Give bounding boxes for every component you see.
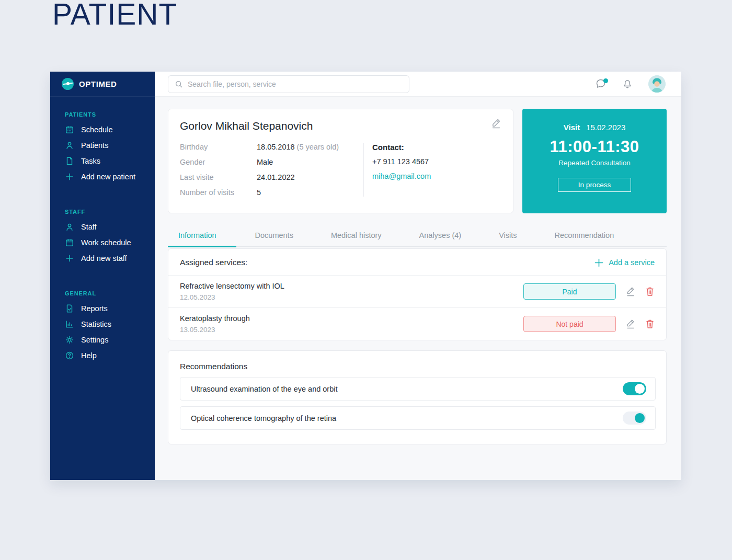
calendar-icon	[65, 238, 74, 247]
calendar-icon	[65, 125, 74, 134]
nav-section-patients: PATIENTS Schedule Patients Tasks Add new…	[50, 111, 155, 185]
tab-bar: Information Documents Medical history An…	[168, 226, 667, 247]
edit-patient-icon[interactable]	[491, 118, 501, 131]
assigned-services-title: Assigned services:	[180, 258, 247, 267]
service-date: 13.05.2023	[180, 326, 250, 334]
add-service-button[interactable]: Add a service	[594, 258, 655, 267]
sidebar-item-tasks[interactable]: Tasks	[50, 153, 155, 169]
tab-information[interactable]: Information	[168, 226, 236, 247]
topbar	[155, 72, 681, 97]
sidebar-item-patients[interactable]: Patients	[50, 138, 155, 153]
tab-recommendation[interactable]: Recommendation	[536, 226, 633, 247]
delete-service-icon[interactable]	[645, 286, 655, 297]
sidebar-item-label: Statistics	[81, 320, 111, 328]
bell-icon[interactable]	[622, 78, 634, 90]
recommendation-label: Ultrasound examination of the eye and or…	[191, 385, 338, 393]
contact-title: Contact:	[372, 143, 431, 152]
sidebar-item-label: Help	[81, 351, 97, 360]
sidebar-item-work-schedule[interactable]: Work schedule	[50, 235, 155, 250]
plus-icon	[65, 172, 74, 181]
sidebar-item-label: Add new patient	[81, 173, 135, 181]
plus-icon	[65, 254, 74, 263]
search-input[interactable]	[188, 80, 403, 88]
field-last-visit: Last visite 24.01.2022	[180, 173, 358, 181]
patient-fields: Birthday 18.05.2018 (5 years old) Gender…	[180, 143, 364, 197]
edit-service-icon[interactable]	[626, 286, 635, 297]
avatar[interactable]	[648, 75, 666, 93]
visit-time: 11:00-11:30	[522, 138, 667, 156]
sidebar-item-statistics[interactable]: Statistics	[50, 316, 155, 332]
brand-header[interactable]: OPTIMED	[50, 72, 155, 97]
recommendations-card: Recommendations Ultrasound examination o…	[168, 350, 667, 444]
recommendation-label: Optical coherence tomography of the reti…	[191, 414, 336, 422]
visit-card: Visit15.02.2023 11:00-11:30 Repeated Con…	[522, 109, 667, 213]
recommendation-row: Optical coherence tomography of the reti…	[180, 406, 656, 430]
visit-status-button[interactable]: In process	[558, 178, 631, 192]
service-row: Keratoplasty through 13.05.2023 Not paid	[168, 307, 666, 340]
plus-icon	[594, 258, 603, 267]
sidebar-item-label: Tasks	[81, 157, 100, 165]
service-date: 12.05.2023	[180, 293, 284, 301]
toggle-ultrasound[interactable]	[623, 382, 646, 395]
edit-service-icon[interactable]	[626, 318, 635, 329]
nav-section-general: GENERAL Reports Statistics Settings Help	[50, 290, 155, 363]
sidebar-item-label: Add new staff	[81, 254, 127, 262]
field-label: Last visite	[180, 173, 257, 181]
search-icon	[175, 80, 183, 88]
sidebar-item-reports[interactable]: Reports	[50, 301, 155, 316]
tab-documents[interactable]: Documents	[236, 226, 312, 247]
recommendations-title: Recommendations	[180, 362, 656, 371]
tab-visits[interactable]: Visits	[480, 226, 535, 247]
paid-status-button[interactable]: Paid	[523, 283, 616, 300]
contact-block: Contact: +7 911 123 4567 miha@gmail.com	[364, 143, 431, 197]
field-value: 18.05.2018 (5 years old)	[257, 143, 339, 151]
sidebar-item-label: Patients	[81, 141, 108, 150]
field-birthday: Birthday 18.05.2018 (5 years old)	[180, 143, 358, 151]
sidebar-item-label: Settings	[81, 336, 108, 344]
sidebar-item-add-new-patient[interactable]: Add new patient	[50, 169, 155, 185]
visit-header: Visit15.02.2023	[522, 123, 667, 132]
sidebar: OPTIMED PATIENTS Schedule Patients Tasks	[50, 72, 155, 480]
sidebar-item-add-new-staff[interactable]: Add new staff	[50, 250, 155, 266]
service-name: Keratoplasty through	[180, 314, 250, 323]
optimed-logo-icon	[62, 78, 74, 90]
sidebar-item-help[interactable]: Help	[50, 348, 155, 363]
notification-dot	[603, 78, 608, 83]
visit-type: Repeated Consultation	[522, 159, 667, 167]
sidebar-item-label: Reports	[81, 304, 108, 313]
delete-service-icon[interactable]	[645, 318, 655, 329]
field-value: 24.01.2022	[257, 173, 295, 181]
person-icon	[65, 141, 74, 150]
sidebar-item-label: Schedule	[81, 125, 112, 134]
app-window: OPTIMED PATIENTS Schedule Patients Tasks	[50, 72, 681, 480]
chat-icon[interactable]	[595, 78, 608, 90]
service-row: Refractive lensectomy with IOL 12.05.202…	[168, 275, 666, 307]
field-label: Number of visits	[180, 188, 257, 197]
tab-medical-history[interactable]: Medical history	[312, 226, 401, 247]
search-box	[168, 75, 409, 93]
content: Gorlov Mikhail Stepanovich Birthday 18.0…	[155, 97, 681, 444]
add-service-label: Add a service	[609, 258, 655, 267]
patient-email-link[interactable]: miha@gmail.com	[372, 172, 431, 180]
visit-label: Visit	[564, 123, 580, 132]
main-area: Gorlov Mikhail Stepanovich Birthday 18.0…	[155, 72, 681, 480]
nav-section-staff: STAFF Staff Work schedule Add new staff	[50, 209, 155, 266]
nav-section-label: STAFF	[50, 209, 155, 215]
nav-section-label: GENERAL	[50, 290, 155, 296]
field-value: 5	[257, 188, 261, 197]
patient-name: Gorlov Mikhail Stepanovich	[180, 120, 501, 132]
sidebar-item-label: Work schedule	[81, 238, 131, 247]
field-gender: Gender Male	[180, 158, 358, 166]
tab-analyses[interactable]: Analyses (4)	[401, 226, 481, 247]
nav-section-label: PATIENTS	[50, 111, 155, 118]
toggle-oct[interactable]	[623, 412, 646, 425]
sidebar-item-staff[interactable]: Staff	[50, 219, 155, 235]
sidebar-item-settings[interactable]: Settings	[50, 332, 155, 348]
report-icon	[65, 304, 74, 313]
sidebar-item-label: Staff	[81, 223, 97, 231]
field-value: Male	[257, 158, 273, 166]
chart-icon	[65, 319, 74, 329]
sidebar-item-schedule[interactable]: Schedule	[50, 122, 155, 138]
service-info: Refractive lensectomy with IOL 12.05.202…	[180, 282, 284, 301]
not-paid-status-button[interactable]: Not paid	[523, 316, 616, 332]
